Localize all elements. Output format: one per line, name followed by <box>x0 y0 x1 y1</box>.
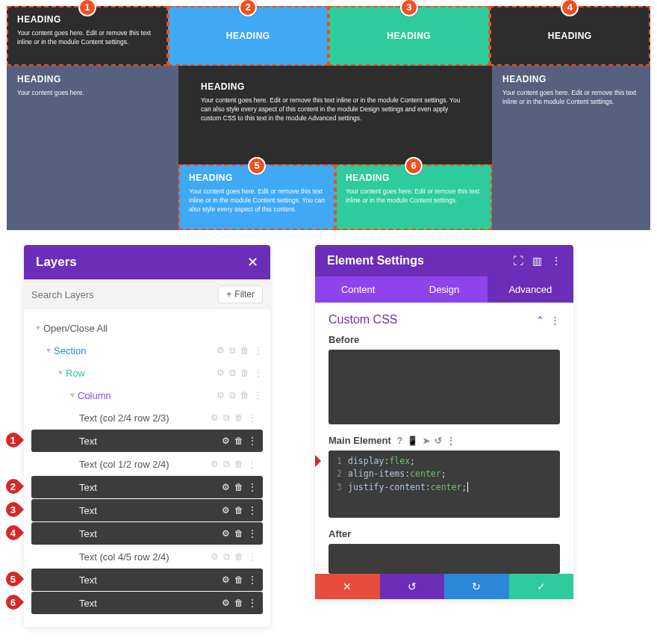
trash-icon[interactable]: 🗑 <box>234 482 243 492</box>
badge-3: 3 <box>1 497 26 522</box>
open-close-all[interactable]: ▼ Open/Close All <box>31 317 263 339</box>
tab-content[interactable]: Content <box>315 276 401 303</box>
grid-icon[interactable]: ▥ <box>532 255 542 267</box>
copy-icon[interactable]: ⧉ <box>223 551 230 562</box>
tree-text-node[interactable]: Text (col 2/4 row 2/3)⚙⧉🗑⋮ <box>31 406 263 429</box>
tree-text-node[interactable]: 3Text⚙🗑⋮ <box>31 499 263 521</box>
more-icon[interactable]: ⋮ <box>550 315 560 326</box>
more-icon[interactable]: ⋮ <box>254 390 263 400</box>
row-actions: ⚙ ⧉ 🗑 ⋮ <box>217 390 263 400</box>
copy-icon[interactable]: ⧉ <box>229 390 236 400</box>
trash-icon[interactable]: 🗑 <box>234 412 243 423</box>
undo-button[interactable]: ↺ <box>380 574 445 599</box>
copy-icon[interactable]: ⧉ <box>229 345 236 356</box>
chevron-up-icon[interactable]: ⌃ <box>536 315 544 326</box>
gear-icon[interactable]: ⚙ <box>222 598 230 608</box>
gear-icon[interactable]: ⚙ <box>211 551 219 562</box>
copy-icon[interactable]: ⧉ <box>229 368 236 378</box>
hover-icon[interactable]: ➤ <box>423 436 430 446</box>
tree-text-node[interactable]: 1Text⚙🗑⋮ <box>31 430 263 452</box>
element-settings-panel: Element Settings ⛶ ▥ ⋮ Content Design Ad… <box>315 245 573 599</box>
before-text: Before <box>328 334 359 345</box>
phone-icon[interactable]: 📱 <box>407 436 418 446</box>
trash-icon[interactable]: 🗑 <box>234 505 243 515</box>
more-icon[interactable]: ⋮ <box>248 482 257 492</box>
after-code-area[interactable] <box>328 544 560 574</box>
more-icon[interactable]: ⋮ <box>248 598 257 608</box>
redo-button[interactable]: ↻ <box>444 574 509 599</box>
tree-text-node[interactable]: Text (col 1/2 row 2/4)⚙⧉🗑⋮ <box>31 453 263 475</box>
preview-cell[interactable]: 5HEADINGYour content goes here. Edit or … <box>178 164 335 230</box>
section-icons: ⌃ ⋮ <box>536 315 560 326</box>
gear-icon[interactable]: ⚙ <box>217 390 225 400</box>
more-icon[interactable]: ⋮ <box>254 345 263 356</box>
more-icon[interactable]: ⋮ <box>248 412 257 423</box>
search-input[interactable] <box>31 289 212 300</box>
tree-item-label: Text <box>79 436 222 447</box>
preview-cell[interactable]: 1HEADINGYour content goes here. Edit or … <box>7 6 168 66</box>
gear-icon[interactable]: ⚙ <box>222 505 230 515</box>
row-actions: ⚙🗑⋮ <box>222 575 257 585</box>
gear-icon[interactable]: ⚙ <box>211 459 219 469</box>
close-icon[interactable]: ✕ <box>247 254 258 270</box>
save-button[interactable]: ✓ <box>509 574 574 599</box>
badge-6: 6 <box>1 589 26 615</box>
more-icon[interactable]: ⋮ <box>248 575 257 585</box>
trash-icon[interactable]: 🗑 <box>240 368 249 378</box>
gear-icon[interactable]: ⚙ <box>211 412 219 423</box>
filter-button[interactable]: + Filter <box>218 285 263 303</box>
gear-icon[interactable]: ⚙ <box>222 436 230 446</box>
more-icon[interactable]: ⋮ <box>248 551 257 562</box>
more-icon[interactable]: ⋮ <box>551 255 561 267</box>
preview-cell-left[interactable]: HEADING Your content goes here. <box>7 66 178 164</box>
more-icon[interactable]: ⋮ <box>248 436 257 446</box>
tree-column-node[interactable]: ▼ Column ⚙ ⧉ 🗑 ⋮ <box>31 384 263 406</box>
copy-icon[interactable]: ⧉ <box>223 459 230 469</box>
preview-row-1: 1HEADINGYour content goes here. Edit or … <box>7 6 650 66</box>
tree-text-node[interactable]: 5Text⚙🗑⋮ <box>31 569 263 591</box>
copy-icon[interactable]: ⧉ <box>223 412 230 423</box>
trash-icon[interactable]: 🗑 <box>234 575 243 585</box>
gear-icon[interactable]: ⚙ <box>217 345 225 356</box>
trash-icon[interactable]: 🗑 <box>234 598 243 608</box>
gear-icon[interactable]: ⚙ <box>222 528 230 539</box>
preview-cell[interactable]: 4HEADING <box>490 6 651 66</box>
expand-icon[interactable]: ⛶ <box>513 255 523 267</box>
trash-icon[interactable]: 🗑 <box>234 528 243 539</box>
tree-text-node[interactable]: 2Text⚙🗑⋮ <box>31 476 263 498</box>
more-icon[interactable]: ⋮ <box>248 505 257 515</box>
tab-advanced[interactable]: Advanced <box>488 276 573 303</box>
trash-icon[interactable]: 🗑 <box>240 345 249 356</box>
cancel-button[interactable]: ✕ <box>315 574 380 599</box>
tree-text-node[interactable]: Text (col 4/5 row 2/4)⚙⧉🗑⋮ <box>31 545 263 568</box>
more-icon[interactable]: ⋮ <box>248 459 257 469</box>
trash-icon[interactable]: 🗑 <box>234 436 243 446</box>
tab-design[interactable]: Design <box>401 276 487 303</box>
preview-cell-right[interactable]: HEADING Your content goes here. Edit or … <box>492 66 650 164</box>
trash-icon[interactable]: 🗑 <box>234 459 243 469</box>
more-icon[interactable]: ⋮ <box>248 528 257 539</box>
line-number: 3 <box>334 481 342 494</box>
section-header[interactable]: Custom CSS ⌃ ⋮ <box>328 313 560 326</box>
trash-icon[interactable]: 🗑 <box>240 390 249 400</box>
help-icon[interactable]: ? <box>397 436 402 446</box>
more-icon[interactable]: ⋮ <box>446 436 455 446</box>
builder-preview: 1HEADINGYour content goes here. Edit or … <box>7 6 650 230</box>
before-code-area[interactable] <box>328 350 560 424</box>
gear-icon[interactable]: ⚙ <box>217 368 225 378</box>
tree-text-node[interactable]: 6Text⚙🗑⋮ <box>31 592 263 614</box>
more-icon[interactable]: ⋮ <box>254 368 263 378</box>
main-element-code-area[interactable]: 7 1display:flex;2align-items:center;3jus… <box>328 451 560 518</box>
preview-cell-mid[interactable]: HEADING Your content goes here. Edit or … <box>178 66 492 164</box>
tree-row-node[interactable]: ▼ Row ⚙ ⧉ 🗑 ⋮ <box>31 362 263 384</box>
badge-5: 5 <box>1 566 26 592</box>
preview-cell[interactable]: 6HEADINGYour content goes here. Edit or … <box>335 164 492 230</box>
undo-icon[interactable]: ↺ <box>435 436 442 446</box>
preview-cell[interactable]: 2HEADING <box>168 6 329 66</box>
tree-text-node[interactable]: 4Text⚙🗑⋮ <box>31 522 263 545</box>
gear-icon[interactable]: ⚙ <box>222 482 230 492</box>
tree-section[interactable]: ▼ Section ⚙ ⧉ 🗑 ⋮ <box>31 339 263 362</box>
gear-icon[interactable]: ⚙ <box>222 575 230 585</box>
preview-cell[interactable]: 3HEADING <box>328 6 490 66</box>
trash-icon[interactable]: 🗑 <box>234 551 243 562</box>
